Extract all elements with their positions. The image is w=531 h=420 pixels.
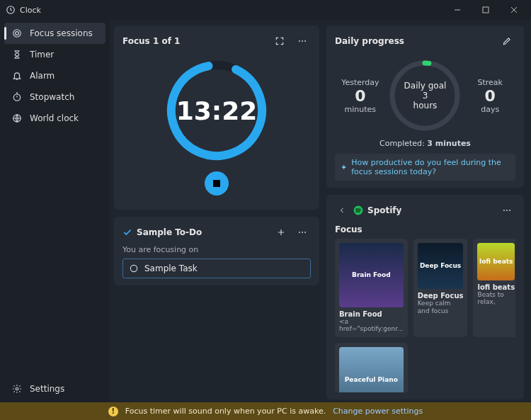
focus-card-title: Focus 1 of 1 bbox=[122, 36, 266, 46]
svg-point-22 bbox=[503, 210, 505, 211]
playlist-cover: Deep Focus bbox=[418, 243, 464, 289]
svg-point-17 bbox=[304, 232, 306, 233]
minimize-button[interactable] bbox=[443, 0, 472, 20]
spotify-playlist-tile[interactable]: Deep FocusDeep FocusKeep calm and focus … bbox=[413, 239, 468, 337]
gear-icon bbox=[11, 383, 23, 395]
productivity-prompt[interactable]: ✦ How productive do you feel during the … bbox=[335, 154, 515, 181]
expand-button[interactable] bbox=[271, 33, 288, 50]
globe-icon bbox=[11, 113, 23, 124]
spotify-playlist-tile[interactable]: lofi beatslofi beatsBeats to relax, stud… bbox=[473, 239, 515, 337]
stat-streak: Streak 0 days bbox=[465, 78, 515, 114]
svg-point-10 bbox=[299, 40, 300, 42]
spotify-back-button[interactable] bbox=[335, 203, 349, 217]
playlist-name: Deep Focus bbox=[418, 292, 464, 300]
spotify-section-title: Focus bbox=[335, 225, 515, 234]
spotify-playlist-grid: Brain FoodBrain Food<a href="spotify:gen… bbox=[335, 239, 515, 392]
focus-time: 13:22 bbox=[176, 96, 258, 125]
sidebar-item-focus-sessions[interactable]: Focus sessions bbox=[4, 23, 105, 44]
playlist-desc: Beats to relax, study, and focus... bbox=[477, 291, 515, 307]
spotify-playlist-tile[interactable]: Brain FoodBrain Food<a href="spotify:gen… bbox=[335, 239, 408, 337]
sidebar: Focus sessions Timer Alarm Stopwatch Wor… bbox=[0, 20, 110, 402]
focus-icon bbox=[11, 28, 23, 39]
info-bar: ! Focus timer will sound only when your … bbox=[0, 402, 531, 420]
spotify-more-button[interactable] bbox=[498, 202, 515, 219]
task-radio-icon[interactable] bbox=[129, 263, 139, 273]
daily-progress-card: Daily progress Yesterday 0 minutes bbox=[326, 25, 524, 188]
playlist-name: Brain Food bbox=[339, 310, 404, 318]
sidebar-item-label: Stopwatch bbox=[30, 92, 74, 102]
todo-subtitle: You are focusing on bbox=[122, 245, 311, 254]
svg-point-23 bbox=[506, 210, 508, 211]
todo-task-item[interactable]: Sample Task bbox=[122, 259, 311, 278]
spotify-card: Spotify Focus Brain FoodBrain Food<a hre… bbox=[326, 195, 524, 399]
playlist-cover: Peaceful Piano bbox=[339, 347, 404, 392]
more-button[interactable] bbox=[294, 33, 311, 50]
svg-point-24 bbox=[509, 210, 510, 211]
sidebar-item-timer[interactable]: Timer bbox=[4, 44, 105, 65]
sparkle-icon: ✦ bbox=[341, 163, 347, 172]
sidebar-item-label: Alarm bbox=[30, 71, 55, 81]
focus-progress-ring: 13:22 bbox=[160, 54, 273, 167]
playlist-name: lofi beats bbox=[477, 283, 515, 291]
svg-point-9 bbox=[16, 387, 18, 390]
warning-icon: ! bbox=[108, 407, 118, 416]
app-title: Clock bbox=[20, 6, 443, 15]
playlist-cover: Brain Food bbox=[339, 243, 404, 307]
svg-point-7 bbox=[13, 94, 20, 101]
svg-point-18 bbox=[130, 265, 137, 271]
todo-app-icon bbox=[122, 227, 132, 237]
completed-text: Completed: 3 minutes bbox=[335, 139, 515, 148]
sidebar-item-alarm[interactable]: Alarm bbox=[4, 65, 105, 86]
edit-progress-button[interactable] bbox=[498, 33, 515, 50]
sidebar-item-stopwatch[interactable]: Stopwatch bbox=[4, 86, 105, 108]
svg-point-5 bbox=[13, 30, 21, 38]
hourglass-icon bbox=[11, 49, 23, 60]
stat-yesterday: Yesterday 0 minutes bbox=[336, 78, 385, 114]
svg-point-12 bbox=[304, 40, 306, 42]
sidebar-item-label: Settings bbox=[30, 384, 64, 394]
todo-title: Sample To-Do bbox=[137, 227, 268, 237]
alarm-icon bbox=[11, 70, 23, 81]
sidebar-item-world-clock[interactable]: World clock bbox=[4, 108, 105, 129]
maximize-button[interactable] bbox=[472, 0, 500, 20]
add-task-button[interactable] bbox=[273, 224, 290, 241]
playlist-desc: <a href="spotify:genr... bbox=[339, 318, 404, 334]
todo-card: Sample To-Do You are focusing on Sample … bbox=[114, 217, 319, 285]
app-icon bbox=[6, 5, 16, 15]
svg-point-15 bbox=[299, 232, 300, 233]
sidebar-item-label: World clock bbox=[30, 113, 79, 123]
close-button[interactable] bbox=[500, 0, 528, 20]
stop-button[interactable] bbox=[205, 171, 229, 195]
stop-icon bbox=[213, 180, 220, 187]
focus-session-card: Focus 1 of 1 13:22 bbox=[114, 25, 319, 210]
todo-more-button[interactable] bbox=[294, 224, 311, 241]
goal-progress-ring: Daily goal 3 hours bbox=[386, 57, 464, 135]
sidebar-item-settings[interactable]: Settings bbox=[4, 378, 105, 399]
change-power-settings-link[interactable]: Change power settings bbox=[333, 407, 423, 416]
spotify-brand: Spotify bbox=[367, 205, 494, 215]
svg-point-6 bbox=[16, 32, 19, 35]
info-message: Focus timer will sound only when your PC… bbox=[125, 407, 326, 416]
stopwatch-icon bbox=[11, 91, 23, 103]
title-bar: Clock bbox=[0, 0, 531, 20]
svg-point-11 bbox=[302, 40, 303, 42]
window-controls bbox=[443, 0, 528, 20]
svg-rect-2 bbox=[483, 7, 489, 13]
sidebar-item-label: Focus sessions bbox=[30, 28, 93, 38]
spotify-logo-icon bbox=[353, 205, 363, 215]
svg-point-16 bbox=[302, 232, 303, 233]
spotify-playlist-tile[interactable]: Peaceful PianoPeaceful PianoRelax and in… bbox=[335, 343, 408, 392]
progress-title: Daily progress bbox=[335, 36, 493, 46]
playlist-cover: lofi beats bbox=[477, 243, 515, 280]
sidebar-item-label: Timer bbox=[30, 50, 54, 59]
playlist-desc: Keep calm and focus with ambient and... bbox=[418, 300, 464, 315]
task-label: Sample Task bbox=[144, 263, 198, 273]
